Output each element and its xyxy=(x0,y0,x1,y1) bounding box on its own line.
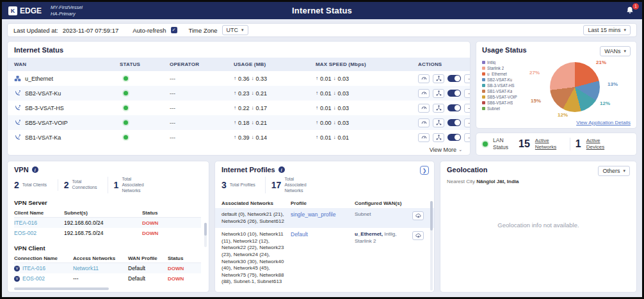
col-max-speed: MAX SPEED (Mbps) xyxy=(316,61,418,67)
scrollbar-thumb[interactable] xyxy=(204,223,207,236)
legend-label: Starlink 2 xyxy=(487,66,504,70)
chevron-down-icon: ▾ xyxy=(623,168,625,174)
vessel-name: MY-FirstVessel xyxy=(51,4,83,11)
active-networks-count: 15 xyxy=(519,138,530,150)
vpn-client-name-link[interactable]: EOS-002 xyxy=(14,230,64,236)
wan-enable-toggle[interactable] xyxy=(447,119,461,126)
speed-test-button[interactable] xyxy=(418,118,430,127)
scrollbar-thumb[interactable] xyxy=(430,201,433,230)
usage-up-value: 0.36 xyxy=(238,76,250,82)
speed-test-button[interactable] xyxy=(418,104,430,113)
legend-item: u_Ethernet xyxy=(482,72,529,76)
wan-enable-toggle[interactable] xyxy=(447,104,461,111)
wan-details-button[interactable]: → xyxy=(464,74,471,83)
last-updated-label: Last Updated at: xyxy=(13,27,58,34)
vpn-client-name-link[interactable]: ITEA-016 xyxy=(14,220,64,226)
view-application-details-link[interactable]: View Application Details xyxy=(576,120,631,125)
cloud-download-icon xyxy=(415,233,421,239)
pie-percent-label: 12% xyxy=(600,101,610,106)
speed-test-button[interactable] xyxy=(418,89,430,98)
usage-down-value: 0.14 xyxy=(256,134,268,141)
download-arrow-icon: ↓ xyxy=(334,120,336,125)
usage-pie[interactable] xyxy=(550,62,600,112)
cloud-download-icon xyxy=(415,213,421,219)
col-wan-profile: WAN Profile xyxy=(128,255,168,261)
operator-value: --- xyxy=(170,90,234,97)
timezone-value: UTC xyxy=(227,27,239,33)
apply-profile-button[interactable] xyxy=(412,211,424,220)
time-range-select[interactable]: Last 15 mins ▾ xyxy=(583,25,631,35)
col-access-networks: Access Networks xyxy=(73,255,128,261)
diagnostics-button[interactable] xyxy=(433,89,444,98)
wan-enable-toggle[interactable] xyxy=(447,90,461,97)
speed-test-button[interactable] xyxy=(418,133,430,142)
gauge-icon xyxy=(421,105,427,111)
col-configured-wans: Configured WAN(s) xyxy=(355,200,410,206)
lan-status-panel: LAN Status 15 Active Networks 1 Active D… xyxy=(476,133,637,156)
wan-name: SB2-VSAT-Ku xyxy=(25,90,61,97)
timezone-select[interactable]: UTC ▾ xyxy=(222,25,248,35)
speed-test-button[interactable] xyxy=(418,74,430,83)
active-devices-link[interactable]: Active Devices xyxy=(586,138,616,150)
usage-up-value: 0.39 xyxy=(238,134,250,141)
usage-filter-select[interactable]: WANs ▾ xyxy=(600,46,631,56)
apply-profile-button[interactable] xyxy=(412,231,424,240)
vpn-horizontal-scrollbar[interactable] xyxy=(14,287,109,290)
right-column: Usage Status WANs ▾ Intlig Starlink 2 u_… xyxy=(476,41,637,156)
arrow-right-icon: → xyxy=(467,134,471,140)
legend-swatch xyxy=(482,95,485,99)
view-more-link[interactable]: View More ⌄ xyxy=(430,147,462,153)
wan-details-button[interactable]: → xyxy=(464,133,471,142)
usage-up-value: 0.23 xyxy=(238,90,250,97)
wan-name: SB1-VSAT-Ka xyxy=(25,134,61,141)
col-connection-name: Connection Name xyxy=(14,255,73,261)
chevron-down-icon: ▾ xyxy=(624,28,626,33)
gauge-icon xyxy=(421,134,427,140)
access-network-link[interactable]: Network11 xyxy=(73,265,128,271)
topology-icon xyxy=(436,120,442,125)
wan-details-button[interactable]: → xyxy=(464,104,471,113)
legend-item: SB5-VSAT-VOIP xyxy=(482,95,529,99)
diagnostics-button[interactable] xyxy=(433,74,444,83)
profile-name-link[interactable]: Default xyxy=(291,231,352,238)
speed-down-value: 0.01 xyxy=(338,134,350,141)
profiles-scrollbar[interactable] xyxy=(430,201,433,291)
internet-status-panel: Internet Status WAN STATUS OPERATOR USAG… xyxy=(7,41,471,156)
vpn-connection-name-link[interactable]: ITEA-016 xyxy=(22,265,45,271)
gauge-icon xyxy=(421,120,427,125)
satellite-dish-icon xyxy=(14,134,21,141)
wan-details-button[interactable]: → xyxy=(464,89,471,98)
vpn-connection-icon: V xyxy=(14,276,20,282)
vpn-connections-count: 2 xyxy=(64,180,69,190)
notifications-button[interactable]: 1 xyxy=(625,6,636,16)
geolocation-filter-select[interactable]: Others ▾ xyxy=(598,166,630,176)
total-assoc-networks-count: 17 xyxy=(271,180,282,190)
info-icon[interactable]: i xyxy=(32,166,38,173)
usage-filter-value: WANs xyxy=(604,48,620,54)
arrow-right-icon: → xyxy=(467,76,471,81)
diagnostics-button[interactable] xyxy=(433,104,444,113)
pie-percent-label: 21% xyxy=(596,60,606,65)
auto-refresh-checkbox[interactable] xyxy=(171,27,177,33)
active-networks-link[interactable]: Active Networks xyxy=(535,138,565,150)
wan-name: u_Ethernet xyxy=(25,76,53,82)
speed-down-value: 0.03 xyxy=(338,90,350,97)
operator-value: --- xyxy=(170,120,234,126)
wan-enable-toggle[interactable] xyxy=(447,134,461,141)
chevron-down-icon: ⌄ xyxy=(458,147,462,152)
expand-panel-button[interactable]: ❯ xyxy=(420,166,429,175)
vpn-server-scrollbar[interactable] xyxy=(204,223,207,247)
info-icon[interactable]: i xyxy=(278,166,285,173)
vpn-client-row: VEOS-002 --- Default DOWN xyxy=(14,273,201,284)
upload-arrow-icon: ↑ xyxy=(234,76,236,81)
active-devices-count: 1 xyxy=(576,138,581,150)
wan-details-button[interactable]: → xyxy=(464,118,471,127)
profile-name-link[interactable]: single_wan_profile xyxy=(291,211,352,218)
download-arrow-icon: ↓ xyxy=(334,90,336,96)
lan-status-dot xyxy=(483,141,488,147)
diagnostics-button[interactable] xyxy=(433,133,444,142)
diagnostics-button[interactable] xyxy=(433,118,444,127)
wan-enable-toggle[interactable] xyxy=(447,75,461,82)
vpn-connection-name-link[interactable]: EOS-002 xyxy=(22,275,45,282)
col-status: STATUS xyxy=(120,61,170,67)
